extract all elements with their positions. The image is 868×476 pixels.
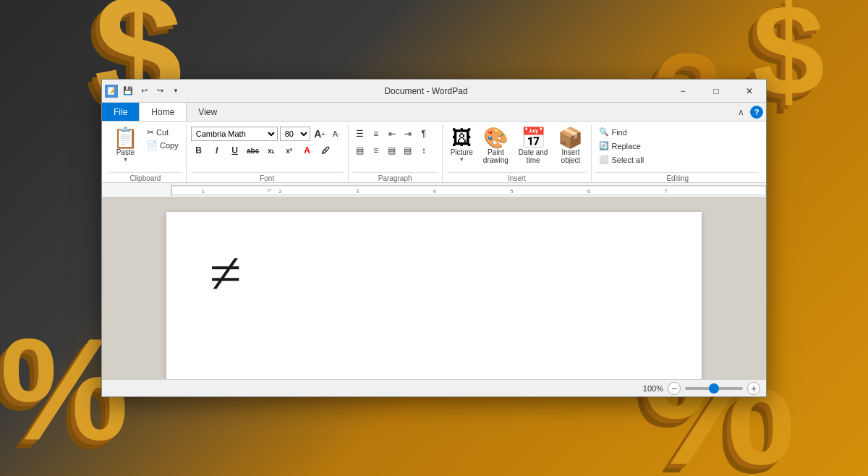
zoom-slider[interactable] [685, 387, 743, 390]
align-right-btn[interactable]: ▤ [385, 143, 399, 158]
insert-group: 🖼 Picture ▼ 🎨 Paint drawing 📅 Date and t… [443, 124, 592, 182]
ribbon-section: 📋 Paste ▼ ✂ Cut 📄 Copy [105, 124, 763, 182]
insert-object-icon: 📦 [558, 128, 583, 148]
insert-object-label: Insert object [561, 148, 581, 164]
paste-icon: 📋 [113, 128, 138, 148]
align-justify-btn[interactable]: ▤ [401, 143, 415, 158]
strikethrough-btn[interactable]: abc [245, 143, 261, 158]
align-left-btn[interactable]: ▤ [353, 143, 367, 158]
copy-label: Copy [160, 141, 179, 150]
font-name-select[interactable]: Cambria Math [191, 127, 278, 141]
document-page[interactable]: ≠ [166, 212, 702, 379]
document-content[interactable]: ≠ [210, 241, 658, 307]
customize-btn[interactable]: ▼ [169, 84, 183, 98]
svg-text:1: 1 [202, 189, 205, 194]
document-area[interactable]: ≠ [102, 197, 766, 379]
decrease-indent-btn[interactable]: ⇤ [385, 127, 399, 141]
picture-label: Picture [451, 148, 473, 156]
highlight-btn[interactable]: 🖊 [318, 143, 333, 158]
paint-button[interactable]: 🎨 Paint drawing [480, 127, 512, 166]
select-all-button[interactable]: ⬜ Select all [596, 154, 647, 165]
paragraph-group-top: ☰ ≡ ⇤ ⇥ ¶ ▤ ≡ ▤ ▤ ↕ [353, 127, 438, 172]
font-color-btn[interactable]: A [299, 143, 315, 158]
numbers-btn[interactable]: ≡ [369, 127, 383, 141]
zoom-out-btn[interactable]: − [668, 382, 681, 395]
subscript-btn[interactable]: x₁ [263, 143, 279, 158]
picture-icon: 🖼 [451, 128, 472, 148]
cut-label: Cut [156, 128, 169, 137]
underline-btn[interactable]: U [227, 143, 243, 158]
zoom-in-btn[interactable]: + [747, 382, 760, 395]
help-button[interactable]: ? [750, 106, 763, 119]
para-settings-btn[interactable]: ¶ [417, 127, 431, 141]
font-shrink-btn[interactable]: A- [329, 127, 344, 141]
paste-arrow: ▼ [123, 156, 129, 163]
copy-icon: 📄 [147, 140, 158, 150]
datetime-button[interactable]: 📅 Date and time [515, 127, 552, 166]
align-center-btn[interactable]: ≡ [369, 143, 383, 158]
svg-text:4: 4 [433, 189, 436, 194]
close-button[interactable]: ✕ [733, 80, 766, 103]
bullets-btn[interactable]: ☰ [353, 127, 367, 141]
para-row2: ▤ ≡ ▤ ▤ ↕ [353, 143, 431, 158]
paragraph-label: Paragraph [353, 172, 438, 182]
tab-view[interactable]: View [187, 103, 229, 121]
datetime-icon: 📅 [521, 128, 546, 148]
font-group: Cambria Math 80 A+ A- B I U abc x₁ [187, 124, 349, 182]
maximize-button[interactable]: □ [699, 80, 733, 103]
font-format-row: B I U abc x₁ x² A 🖊 [191, 143, 333, 158]
editing-group: 🔍 Find 🔄 Replace ⬜ Select all Editi [592, 124, 763, 182]
font-label: Font [191, 172, 344, 182]
select-all-label: Select all [611, 156, 644, 164]
font-size-select[interactable]: 80 [280, 127, 310, 141]
window-controls: − □ ✕ [666, 80, 766, 103]
datetime-label: Date and time [519, 148, 548, 164]
italic-btn[interactable]: I [209, 143, 225, 158]
superscript-btn[interactable]: x² [281, 143, 297, 158]
cut-button[interactable]: ✂ Cut [144, 127, 182, 138]
svg-text:5: 5 [510, 189, 513, 194]
redo-btn[interactable]: ↪ [153, 84, 167, 98]
zoom-thumb[interactable] [709, 383, 719, 394]
paste-button[interactable]: 📋 Paste ▼ [109, 127, 142, 164]
font-grow-btn[interactable]: A+ [312, 127, 327, 141]
paint-label: Paint drawing [483, 148, 509, 164]
tab-bar: File Home View ∧ ? [102, 103, 766, 122]
cut-copy-stack: ✂ Cut 📄 Copy [144, 127, 182, 151]
window-title: Document - WordPad [186, 86, 666, 96]
replace-button[interactable]: 🔄 Replace [596, 140, 647, 151]
titlebar-left: 📝 💾 ↩ ↪ ▼ [102, 84, 186, 98]
save-quick-btn[interactable]: 💾 [121, 84, 135, 98]
app-icon: 📝 [105, 85, 118, 98]
ribbon-collapse-btn[interactable]: ∧ [735, 107, 747, 117]
line-spacing-btn[interactable]: ↕ [417, 143, 431, 158]
copy-button[interactable]: 📄 Copy [144, 140, 182, 151]
bold-btn[interactable]: B [191, 143, 207, 158]
tab-home[interactable]: Home [139, 103, 187, 121]
picture-arrow: ▼ [459, 156, 464, 163]
picture-button[interactable]: 🖼 Picture ▼ [447, 127, 477, 164]
tab-help-area: ∧ ? [735, 103, 766, 121]
clipboard-group: 📋 Paste ▼ ✂ Cut 📄 Copy [105, 124, 187, 182]
insert-object-button[interactable]: 📦 Insert object [554, 127, 587, 166]
replace-label: Replace [611, 142, 640, 150]
zoom-percentage: 100% [643, 384, 663, 393]
minimize-button[interactable]: − [666, 80, 699, 103]
increase-indent-btn[interactable]: ⇥ [401, 127, 415, 141]
paint-icon: 🎨 [483, 128, 509, 148]
find-button[interactable]: 🔍 Find [596, 127, 647, 137]
clipboard-label: Clipboard [109, 172, 182, 182]
ruler-marks: 1 2 3 4 5 6 7 [172, 186, 765, 196]
cut-icon: ✂ [147, 127, 154, 137]
tab-file[interactable]: File [102, 103, 139, 121]
paste-label: Paste [116, 148, 135, 156]
font-group-top: Cambria Math 80 A+ A- B I U abc x₁ [191, 127, 344, 172]
titlebar: 📝 💾 ↩ ↪ ▼ Document - WordPad − □ ✕ [102, 80, 766, 103]
undo-btn[interactable]: ↩ [137, 84, 151, 98]
svg-text:2: 2 [279, 189, 282, 194]
paragraph-group: ☰ ≡ ⇤ ⇥ ¶ ▤ ≡ ▤ ▤ ↕ Paragraph [349, 124, 443, 182]
svg-text:3: 3 [356, 189, 359, 194]
insert-label: Insert [447, 172, 587, 182]
editing-label: Editing [596, 172, 759, 182]
ruler: 1 2 3 4 5 6 7 ⌐ [102, 183, 766, 197]
